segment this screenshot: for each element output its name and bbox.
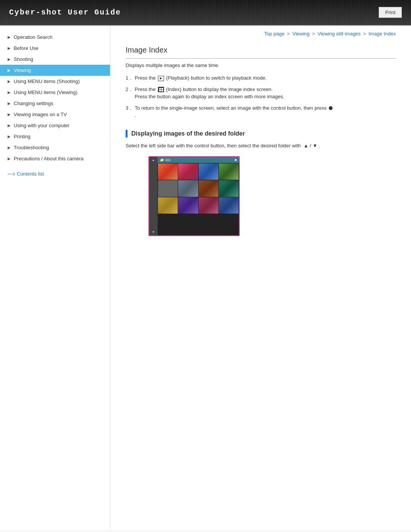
sidebar-item-changing-settings[interactable]: ▶ Changing settings — [0, 98, 110, 109]
sidebar-item-using-with-computer[interactable]: ▶ Using with your computer — [0, 120, 110, 131]
print-button[interactable]: Print — [379, 7, 402, 18]
sidebar-item-label: Operation Search — [14, 34, 53, 40]
breadcrumb: Top page > Viewing > Viewing still image… — [126, 31, 396, 38]
main-content: Top page > Viewing > Viewing still image… — [110, 26, 411, 531]
thumbnail-grid — [158, 163, 239, 214]
arrow-icon: ▶ — [8, 123, 11, 128]
sidebar-item-label: Changing settings — [14, 101, 53, 106]
thumbnail-12 — [219, 197, 239, 214]
sidebar-item-printing[interactable]: ▶ Printing — [0, 131, 110, 142]
arrow-icon: ▶ — [8, 35, 11, 39]
header-icon: ■ — [235, 158, 237, 162]
app-title: Cyber-shot User Guide — [9, 8, 121, 17]
screenshot-main: 📁 101 ■ — [158, 157, 239, 235]
thumbnail-5 — [158, 180, 178, 197]
page-title: Image Index — [126, 46, 396, 59]
section-heading-text: Displaying images of the desired folder — [131, 130, 245, 137]
sidebar-item-troubleshooting[interactable]: ▶ Troubleshooting — [0, 142, 110, 153]
sidebar-item-shooting[interactable]: ▶ Shooting — [0, 54, 110, 65]
scroll-down-icon: ▼ — [152, 230, 155, 234]
thumbnail-4 — [219, 163, 239, 180]
dot-icon — [329, 106, 333, 110]
screenshot-container: ▲ ▼ 📁 101 ■ — [148, 156, 396, 236]
thumbnail-11 — [199, 197, 218, 214]
breadcrumb-current: Image Index — [368, 31, 396, 37]
thumbnail-7 — [199, 180, 218, 197]
sidebar-item-before-use[interactable]: ▶ Before Use — [0, 43, 110, 54]
thumbnail-3 — [199, 163, 218, 180]
folder-number: 📁 101 — [160, 158, 171, 162]
thumbnail-9 — [158, 197, 178, 214]
thumbnail-10 — [178, 197, 198, 214]
step-3: 3． To return to the single-image screen,… — [126, 104, 396, 119]
contents-list-link[interactable]: Contents list — [0, 167, 110, 181]
step-2-text: Press the (Index) button to display the … — [135, 86, 396, 101]
sidebar-item-label: Shooting — [14, 56, 33, 62]
steps-list: 1． Press the (Playback) button to switch… — [126, 74, 396, 119]
step-1-text: Press the (Playback) button to switch to… — [135, 74, 396, 82]
screenshot-sidebar: ▲ ▼ — [149, 157, 158, 235]
arrow-icon: ▶ — [8, 79, 11, 83]
page-layout: ▶ Operation Search ▶ Before Use ▶ Shooti… — [0, 26, 411, 531]
breadcrumb-top[interactable]: Top page — [264, 31, 285, 37]
step-3-num: 3． — [126, 104, 135, 112]
thumbnail-6 — [178, 180, 198, 197]
arrow-right-icon — [8, 172, 14, 176]
section-heading: Displaying images of the desired folder — [126, 130, 396, 137]
sidebar-item-viewing-images-tv[interactable]: ▶ Viewing images on a TV — [0, 109, 110, 120]
intro-text: Displays multiple images at the same tim… — [126, 62, 396, 68]
arrow-icon: ▶ — [8, 101, 11, 105]
step-2-num: 2． — [126, 86, 135, 93]
step-1: 1． Press the (Playback) button to switch… — [126, 74, 396, 82]
step-3-text: To return to the single-image screen, se… — [135, 104, 396, 119]
sidebar-item-label: Precautions / About this camera — [14, 156, 84, 161]
sidebar-item-precautions[interactable]: ▶ Precautions / About this camera — [0, 153, 110, 164]
sidebar-item-label: Before Use — [14, 45, 38, 51]
screenshot-header: 📁 101 ■ — [158, 157, 239, 163]
thumbnail-8 — [219, 180, 239, 197]
step-2: 2． Press the (Index) button to display t… — [126, 86, 396, 101]
blue-bar-icon — [126, 130, 127, 137]
sidebar-item-viewing[interactable]: ▶ Viewing — [0, 65, 110, 76]
breadcrumb-sep-1: > — [287, 31, 291, 37]
arrow-icon: ▶ — [8, 112, 11, 117]
arrow-icon: ▶ — [8, 145, 11, 150]
sidebar: ▶ Operation Search ▶ Before Use ▶ Shooti… — [0, 26, 110, 531]
sidebar-item-using-menu-viewing[interactable]: ▶ Using MENU items (Viewing) — [0, 87, 110, 98]
thumbnail-1 — [158, 163, 178, 180]
arrow-icon: ▶ — [8, 90, 11, 94]
breadcrumb-sep-3: > — [363, 31, 367, 37]
sidebar-item-label: Using with your computer — [14, 123, 70, 128]
breadcrumb-sep-2: > — [312, 31, 316, 37]
sidebar-item-label: Printing — [14, 134, 30, 139]
sidebar-item-label: Using MENU items (Viewing) — [14, 89, 77, 95]
folder-desc: Select the left side bar with the contro… — [126, 143, 396, 149]
sidebar-item-label: Using MENU items (Shooting) — [14, 78, 80, 84]
header: Cyber-shot User Guide Print — [0, 0, 411, 26]
arrow-icon: ▶ — [8, 46, 11, 50]
index-icon — [158, 87, 164, 92]
scroll-up-icon: ▲ — [152, 158, 155, 162]
arrow-icon: ▶ — [8, 68, 11, 72]
arrow-icon: ▶ — [8, 57, 11, 61]
thumbnail-2 — [178, 163, 198, 180]
breadcrumb-viewing[interactable]: Viewing — [292, 31, 309, 37]
sidebar-item-label: Troubleshooting — [14, 145, 49, 150]
breadcrumb-viewing-still[interactable]: Viewing still images — [317, 31, 360, 37]
arrow-icon: ▶ — [8, 134, 11, 139]
image-index-screenshot: ▲ ▼ 📁 101 ■ — [148, 156, 240, 236]
sidebar-item-label: Viewing — [14, 67, 31, 73]
arrow-icon: ▶ — [8, 157, 11, 161]
sidebar-item-operation-search[interactable]: ▶ Operation Search — [0, 32, 110, 43]
sidebar-item-using-menu-shooting[interactable]: ▶ Using MENU items (Shooting) — [0, 76, 110, 87]
sidebar-item-label: Viewing images on a TV — [14, 112, 67, 117]
playback-icon — [158, 76, 164, 81]
contents-link-label: Contents list — [17, 171, 44, 177]
step-1-num: 1． — [126, 74, 135, 82]
